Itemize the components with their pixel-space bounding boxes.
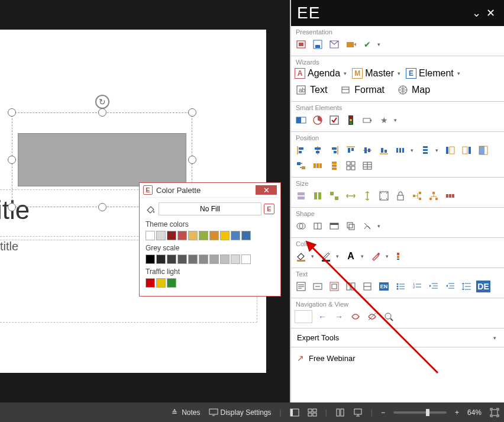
color-swatch[interactable] [177,231,187,240]
rotate-handle[interactable]: ↻ [95,95,109,109]
color-swatch[interactable] [156,231,166,240]
color-swatch[interactable] [209,255,219,264]
split-text-icon[interactable] [344,280,357,293]
color-swatch[interactable] [167,278,176,288]
same-size-icon[interactable] [328,189,341,202]
resize-handle-s[interactable] [98,203,106,211]
resize-handle-e[interactable] [188,156,196,164]
dock-right-icon[interactable] [460,144,473,157]
nav-back-icon[interactable]: ← [316,310,329,323]
decrease-indent-icon[interactable] [444,280,457,293]
bullet-list-icon[interactable] [394,280,407,293]
copy-shape-icon[interactable] [344,220,357,233]
lock-aspect-icon[interactable] [394,189,407,202]
zoom-in-button[interactable]: + [455,408,459,417]
split-shape-icon[interactable] [311,220,324,233]
convert-shape-icon[interactable] [361,220,374,233]
save-presentation-icon[interactable] [311,38,324,51]
star-rating-icon[interactable]: ★ [377,114,390,127]
element-wizard-button[interactable]: EElement [406,68,454,79]
outline-dropdown[interactable]: ▾ [336,253,341,259]
new-presentation-icon[interactable] [295,38,308,51]
stack-h-icon[interactable] [311,159,324,172]
rectangle-shape[interactable] [18,133,186,186]
color-swatch[interactable] [167,255,176,264]
zoom-percent[interactable]: 64% [467,408,482,417]
palette-titlebar[interactable]: E Color Palette ✕ [140,183,280,198]
sorter-view-button[interactable] [308,408,317,417]
color-swatch[interactable] [167,231,176,240]
zoom-thumb[interactable] [426,409,429,416]
subtitle-placeholder[interactable]: title [0,240,18,253]
normal-view-button[interactable] [290,408,299,417]
pane-close-button[interactable]: ✕ [484,7,498,20]
traffic-light-icon[interactable] [344,114,357,127]
color-swatch[interactable] [146,255,155,264]
no-fill-button[interactable]: No Fill [159,202,261,215]
apply-theme-button[interactable]: E [264,204,274,214]
same-width-icon[interactable] [295,189,308,202]
checkbox-icon[interactable] [328,114,341,127]
merge-shapes-icon[interactable] [295,220,308,233]
slideshow-view-button[interactable] [353,408,363,417]
nav-zoom2-icon[interactable] [366,310,379,323]
format-wizard-button[interactable]: Format [339,83,385,96]
palette-close-button[interactable]: ✕ [256,185,277,195]
grid-arrange-icon[interactable] [344,159,357,172]
zoom-slider[interactable] [393,411,447,414]
color-swatch[interactable] [241,231,251,240]
color-swatch[interactable] [156,278,166,288]
align-bottom-icon[interactable] [377,144,390,157]
color-swatch[interactable] [209,231,219,240]
color-swatch[interactable] [199,231,208,240]
display-settings-button[interactable]: Display Settings [209,408,272,417]
nav-forward-icon[interactable]: → [332,310,345,323]
font-color-dropdown[interactable]: ▾ [361,253,366,259]
nav-find-icon[interactable] [382,310,395,323]
expert-tools-row[interactable]: Expert Tools ▾ [291,328,504,347]
color-swatch[interactable] [231,255,240,264]
resize-handle-w[interactable] [8,156,16,164]
text-wizard-button[interactable]: abText [295,83,327,96]
tree-v-icon[interactable] [427,189,440,202]
resize-handle-sw[interactable] [8,203,16,211]
same-height-icon[interactable] [311,189,324,202]
element-dropdown[interactable]: ▾ [457,70,462,76]
shape-more-dropdown[interactable]: ▾ [377,223,382,229]
align-center-h-icon[interactable] [311,144,324,157]
free-webinar-link[interactable]: ↗ Free Webinar [291,347,504,369]
color-swatch[interactable] [188,231,198,240]
outline-color-icon[interactable] [319,250,332,263]
align-middle-v-icon[interactable] [361,144,374,157]
process-icon[interactable] [444,189,457,202]
color-swatch[interactable] [188,255,198,264]
color-swatch[interactable] [146,278,155,288]
increase-indent-icon[interactable] [427,280,440,293]
nav-blank-icon[interactable] [295,310,312,323]
zoom-out-button[interactable]: − [381,408,385,417]
table-arrange-icon[interactable] [361,159,374,172]
tree-h-icon[interactable] [411,189,424,202]
fill-color-icon[interactable] [295,250,308,263]
color-swatch[interactable] [231,231,240,240]
language-de-icon[interactable]: DE [477,280,490,293]
line-spacing-icon[interactable] [460,280,473,293]
reading-view-button[interactable] [335,408,345,417]
fit-height-icon[interactable] [361,189,374,202]
distribute-h-icon[interactable] [394,144,407,157]
margins-icon[interactable] [328,280,341,293]
align-top-icon[interactable] [344,144,357,157]
harvey-ball-icon[interactable] [295,114,308,127]
merge-text-icon[interactable] [361,280,374,293]
battery-icon[interactable] [361,114,374,127]
color-swatch[interactable] [220,231,230,240]
wrap-text-icon[interactable] [295,280,308,293]
agenda-wizard-button[interactable]: AAgenda [295,68,340,79]
number-list-icon[interactable]: 12 [411,280,424,293]
font-color-icon[interactable]: A [344,250,357,263]
dist-v-dropdown[interactable]: ▾ [435,147,440,153]
eyedropper-dropdown[interactable]: ▾ [386,253,390,259]
dock-left-icon[interactable] [444,144,457,157]
check-presentation-icon[interactable]: ✔ [361,38,374,51]
color-swatch[interactable] [146,231,155,240]
